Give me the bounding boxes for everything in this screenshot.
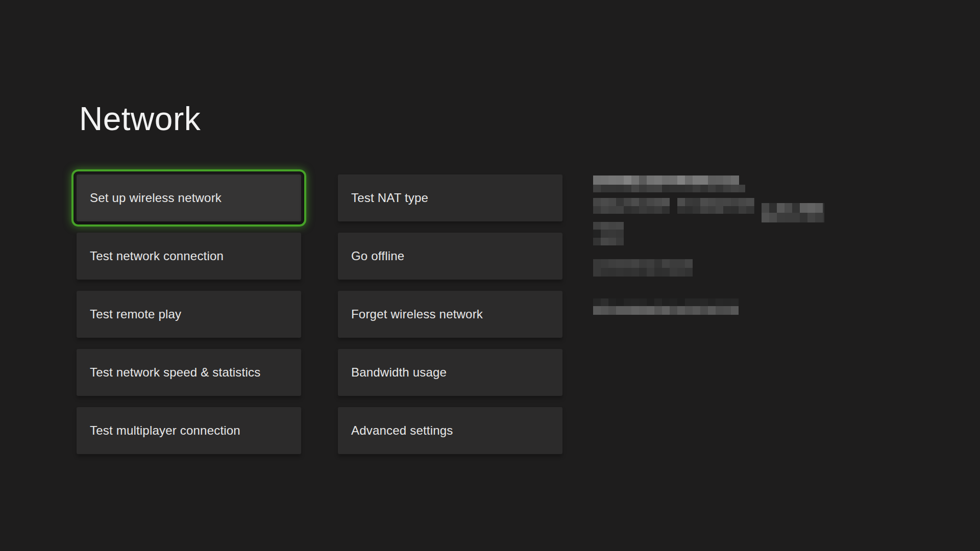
redacted-text-line: [762, 203, 824, 213]
button-label: Bandwidth usage: [351, 365, 447, 380]
redacted-text-line: [677, 206, 754, 214]
redacted-text-line: [593, 230, 624, 238]
button-advanced-settings[interactable]: Advanced settings: [338, 407, 562, 454]
page-title: Network: [79, 102, 201, 136]
redacted-text-line: [593, 259, 693, 268]
redacted-text-line: [593, 206, 670, 214]
button-label: Advanced settings: [351, 423, 453, 438]
menu-column-left: Set up wireless network Test network con…: [77, 174, 301, 454]
button-test-multiplayer-connection[interactable]: Test multiplayer connection: [77, 407, 301, 454]
button-forget-wireless-network[interactable]: Forget wireless network: [338, 291, 562, 338]
button-label: Forget wireless network: [351, 307, 483, 321]
redacted-text-line: [593, 238, 624, 245]
button-go-offline[interactable]: Go offline: [338, 233, 562, 280]
button-test-network-connection[interactable]: Test network connection: [77, 233, 301, 280]
redacted-text-line: [593, 306, 739, 315]
redacted-text-line: [593, 268, 693, 277]
button-test-network-speed-statistics[interactable]: Test network speed & statistics: [77, 349, 301, 396]
button-label: Test network connection: [90, 249, 224, 263]
redacted-text-line: [762, 213, 824, 222]
button-label: Test NAT type: [351, 191, 428, 205]
redacted-text-line: [593, 198, 670, 206]
button-set-up-wireless-network[interactable]: Set up wireless network: [77, 174, 301, 221]
redacted-text-line: [593, 176, 739, 185]
redacted-text-line: [593, 185, 745, 192]
redacted-text-line: [593, 298, 739, 306]
button-test-nat-type[interactable]: Test NAT type: [338, 174, 562, 221]
button-bandwidth-usage[interactable]: Bandwidth usage: [338, 349, 562, 396]
redacted-text-line: [593, 222, 624, 230]
button-label: Set up wireless network: [90, 191, 222, 205]
button-label: Test remote play: [90, 307, 181, 321]
button-test-remote-play[interactable]: Test remote play: [77, 291, 301, 338]
menu-column-right: Test NAT type Go offline Forget wireless…: [338, 174, 562, 454]
button-label: Test multiplayer connection: [90, 423, 240, 438]
button-label: Go offline: [351, 249, 404, 263]
redacted-text-line: [677, 198, 754, 206]
button-label: Test network speed & statistics: [90, 365, 260, 380]
xbox-network-settings-screen: Network Set up wireless network Test net…: [0, 0, 980, 551]
